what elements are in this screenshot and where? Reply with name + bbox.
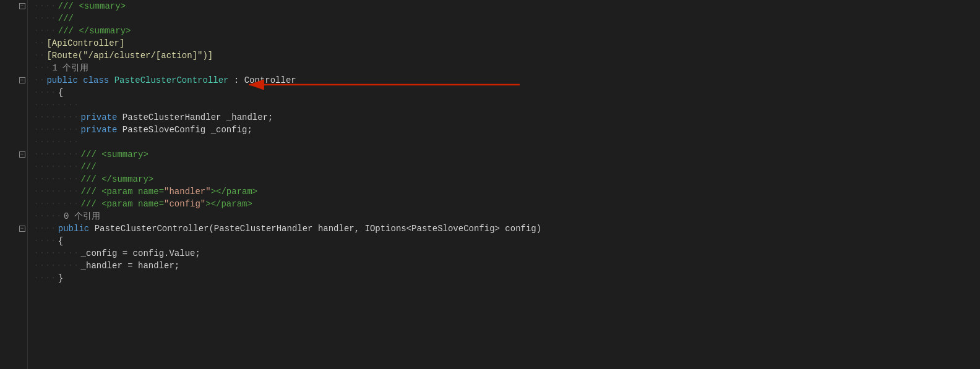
code-token-7e: PasteClusterController bbox=[114, 75, 229, 85]
code-editor: − − − bbox=[0, 0, 980, 369]
code-line-16: ········ /// <param name="handler"></par… bbox=[34, 185, 980, 198]
indent-dots-12: ········ bbox=[34, 138, 80, 146]
code-token-1: /// <summary> bbox=[58, 1, 126, 11]
code-line-8: ···· { bbox=[34, 87, 980, 99]
code-token-18: 0 个引用 bbox=[64, 211, 100, 222]
code-line-23: ···· } bbox=[34, 272, 980, 284]
code-line-18: ····· 0 个引用 bbox=[34, 210, 980, 223]
indent-dots-4: ·· bbox=[34, 39, 45, 48]
code-token-14: /// bbox=[81, 162, 97, 172]
code-token-21: _config = config.Value; bbox=[81, 248, 200, 258]
code-token-22: _handler = handler; bbox=[81, 261, 180, 271]
indent-dots-7: ·· bbox=[34, 76, 45, 85]
fold-marker-10 bbox=[0, 111, 28, 124]
indent-dots-11: ········ bbox=[34, 125, 80, 134]
indent-dots-2: ···· bbox=[34, 14, 57, 23]
code-line-10: ········ private PasteClusterHandler _ha… bbox=[34, 111, 980, 124]
fold-marker-16 bbox=[0, 185, 28, 198]
fold-marker-20 bbox=[0, 235, 28, 247]
code-line-2: ···· /// bbox=[34, 12, 980, 25]
code-token-7f: : Controller bbox=[229, 75, 296, 85]
code-token-15: /// </summary> bbox=[81, 174, 154, 184]
code-line-5: ·· [Route("/api/cluster/[action]")] bbox=[34, 49, 980, 62]
code-line-6: ··· 1 个引用 bbox=[34, 62, 980, 74]
code-line-1: ···· /// <summary> bbox=[34, 0, 980, 12]
indent-dots-8: ···· bbox=[34, 88, 57, 97]
fold-marker-12 bbox=[0, 136, 28, 148]
code-token-3: /// </summary> bbox=[58, 26, 131, 36]
code-token-10a: private bbox=[81, 112, 118, 122]
fold-marker-9 bbox=[0, 99, 28, 111]
indent-dots-23: ···· bbox=[34, 274, 57, 282]
code-line-21: ········ _config = config.Value; bbox=[34, 247, 980, 260]
indent-dots-10: ········ bbox=[34, 113, 80, 122]
code-content: ···· /// <summary> ···· /// ···· /// </s… bbox=[28, 0, 980, 369]
fold-marker-11 bbox=[0, 124, 28, 136]
indent-dots-22: ········ bbox=[34, 261, 80, 270]
code-token-7d bbox=[109, 75, 114, 85]
indent-dots-18: ····· bbox=[34, 212, 62, 221]
code-line-7: ·· public class PasteClusterController :… bbox=[34, 74, 980, 87]
code-token-8: { bbox=[58, 88, 63, 98]
fold-marker-22 bbox=[0, 260, 28, 272]
fold-marker-6 bbox=[0, 62, 28, 74]
code-line-12: ········ bbox=[34, 136, 980, 148]
fold-marker-13[interactable]: − bbox=[0, 148, 28, 161]
fold-marker-2 bbox=[0, 12, 28, 25]
fold-marker-17 bbox=[0, 198, 28, 210]
fold-marker-14 bbox=[0, 161, 28, 173]
code-token-4: [ApiController] bbox=[46, 38, 124, 48]
code-line-4: ·· [ApiController] bbox=[34, 37, 980, 49]
code-token-7c: class bbox=[83, 75, 109, 85]
code-token-6: 1 个引用 bbox=[53, 62, 89, 74]
indent-dots-6: ··· bbox=[34, 64, 51, 72]
fold-marker-19[interactable]: − bbox=[0, 223, 28, 235]
code-line-11: ········ private PasteSloveConfig _confi… bbox=[34, 124, 980, 136]
fold-marker-7[interactable]: − bbox=[0, 74, 28, 87]
indent-dots-21: ········ bbox=[34, 249, 80, 258]
code-token-17: /// <param name="config"></param> bbox=[81, 199, 252, 209]
code-line-19: ···· public PasteClusterController(Paste… bbox=[34, 223, 980, 235]
code-token-23: } bbox=[58, 273, 63, 283]
fold-marker-3 bbox=[0, 25, 28, 37]
code-token-7b bbox=[78, 75, 83, 85]
code-token-19b: PasteClusterController(PasteClusterHandl… bbox=[89, 224, 541, 234]
gutter-fold-markers: − − − bbox=[0, 0, 28, 284]
indent-dots-19: ···· bbox=[34, 224, 57, 233]
indent-dots-9: ········ bbox=[34, 101, 80, 109]
indent-dots-17: ········ bbox=[34, 200, 80, 208]
code-line-13: ········ /// <summary> bbox=[34, 148, 980, 161]
code-line-15: ········ /// </summary> bbox=[34, 173, 980, 185]
indent-dots-20: ···· bbox=[34, 237, 57, 245]
indent-dots-1: ···· bbox=[34, 2, 57, 11]
code-line-17: ········ /// <param name="config"></para… bbox=[34, 198, 980, 210]
fold-marker-21 bbox=[0, 247, 28, 260]
indent-dots-13: ········ bbox=[34, 150, 80, 159]
code-token-16: /// <param name="handler"></param> bbox=[81, 187, 258, 197]
code-token-5: [Route("/api/cluster/[action]")] bbox=[46, 51, 213, 61]
code-token-10b: PasteClusterHandler _handler; bbox=[117, 112, 273, 122]
code-token-11a: private bbox=[81, 125, 118, 135]
indent-dots-3: ···· bbox=[34, 27, 57, 35]
code-token-11b: PasteSloveConfig _config; bbox=[117, 125, 252, 135]
code-line-9: ········ bbox=[34, 99, 980, 111]
code-token-13: /// <summary> bbox=[81, 150, 148, 159]
fold-marker-23 bbox=[0, 272, 28, 284]
fold-marker-18 bbox=[0, 210, 28, 223]
fold-marker-8 bbox=[0, 87, 28, 99]
gutter: − − − bbox=[0, 0, 28, 369]
code-token-19a: public bbox=[58, 224, 89, 234]
code-line-14: ········ /// bbox=[34, 161, 980, 173]
fold-marker-4 bbox=[0, 37, 28, 49]
indent-dots-15: ········ bbox=[34, 175, 80, 184]
fold-marker-5 bbox=[0, 49, 28, 62]
code-line-20: ···· { bbox=[34, 235, 980, 247]
code-token-20: { bbox=[58, 236, 63, 246]
indent-dots-16: ········ bbox=[34, 187, 80, 196]
code-token-2: /// bbox=[58, 14, 74, 23]
fold-marker-1[interactable]: − bbox=[0, 0, 28, 12]
fold-marker-15 bbox=[0, 173, 28, 185]
indent-dots-5: ·· bbox=[34, 51, 45, 60]
indent-dots-14: ········ bbox=[34, 163, 80, 171]
code-token-7a: public bbox=[46, 75, 77, 85]
